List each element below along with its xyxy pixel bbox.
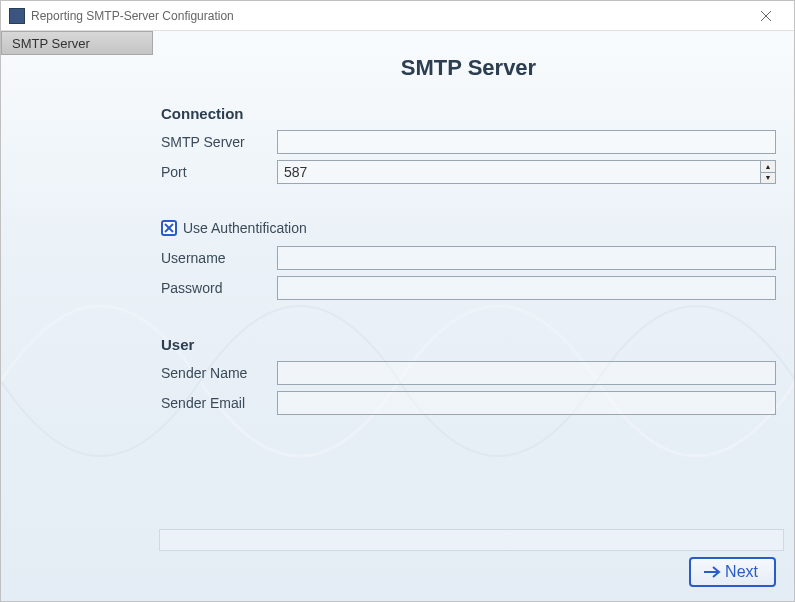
footer: Next — [1, 543, 794, 601]
spinner-buttons: ▲ ▼ — [760, 160, 776, 184]
label-sender-name: Sender Name — [161, 365, 277, 381]
label-username: Username — [161, 250, 277, 266]
window: Reporting SMTP-Server Configuration SMTP… — [0, 0, 795, 602]
row-sender-email: Sender Email — [161, 391, 776, 415]
x-mark-icon — [164, 223, 174, 233]
chevron-up-icon: ▲ — [765, 163, 772, 170]
port-spinner: ▲ ▼ — [277, 160, 776, 184]
next-button[interactable]: Next — [689, 557, 776, 587]
checkbox-use-auth[interactable] — [161, 220, 177, 236]
sidebar-item-label: SMTP Server — [12, 36, 90, 51]
spinner-down-button[interactable]: ▼ — [761, 173, 775, 184]
row-port: Port ▲ ▼ — [161, 160, 776, 184]
body: SMTP Server SMTP Server Connection SMTP … — [1, 31, 794, 601]
sidebar: SMTP Server — [1, 31, 153, 601]
titlebar: Reporting SMTP-Server Configuration — [1, 1, 794, 31]
row-sender-name: Sender Name — [161, 361, 776, 385]
chevron-down-icon: ▼ — [765, 174, 772, 181]
input-smtp-server[interactable] — [277, 130, 776, 154]
page-title: SMTP Server — [161, 55, 776, 81]
input-username[interactable] — [277, 246, 776, 270]
close-icon — [761, 11, 771, 21]
sidebar-item-smtp-server[interactable]: SMTP Server — [1, 31, 153, 55]
row-use-auth: Use Authentification — [161, 220, 776, 236]
next-button-label: Next — [725, 563, 758, 581]
app-icon — [9, 8, 25, 24]
spinner-up-button[interactable]: ▲ — [761, 161, 775, 173]
label-smtp-server: SMTP Server — [161, 134, 277, 150]
main-panel: SMTP Server Connection SMTP Server Port … — [153, 31, 794, 601]
window-title: Reporting SMTP-Server Configuration — [31, 9, 746, 23]
input-password[interactable] — [277, 276, 776, 300]
row-username: Username — [161, 246, 776, 270]
close-button[interactable] — [746, 2, 786, 30]
label-sender-email: Sender Email — [161, 395, 277, 411]
label-port: Port — [161, 164, 277, 180]
row-password: Password — [161, 276, 776, 300]
section-heading-user: User — [161, 336, 776, 353]
row-smtp-server: SMTP Server — [161, 130, 776, 154]
label-password: Password — [161, 280, 277, 296]
section-heading-connection: Connection — [161, 105, 776, 122]
input-port[interactable] — [277, 160, 760, 184]
input-sender-email[interactable] — [277, 391, 776, 415]
label-use-auth: Use Authentification — [183, 220, 307, 236]
input-sender-name[interactable] — [277, 361, 776, 385]
arrow-right-icon — [703, 565, 721, 579]
